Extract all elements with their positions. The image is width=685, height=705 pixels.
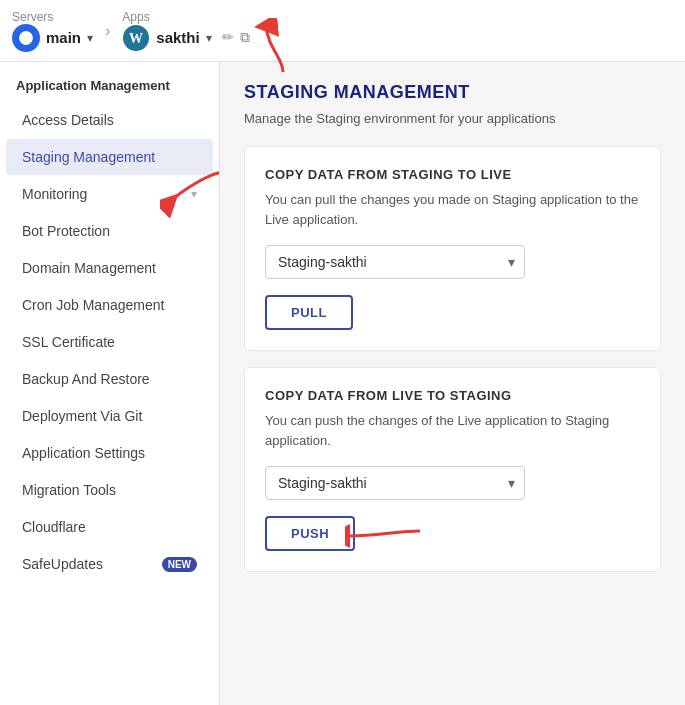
servers-label: Servers	[12, 10, 93, 24]
pull-card-title: COPY DATA FROM STAGING TO LIVE	[265, 167, 640, 182]
page-desc: Manage the Staging environment for your …	[244, 111, 661, 126]
page-title: STAGING MANAGEMENT	[244, 82, 661, 103]
top-bar: Servers main ▾ › Apps W sakthi ▾	[0, 0, 685, 62]
push-select-wrapper: Staging-sakthi ▾	[265, 466, 525, 500]
sidebar-label-cron-job-management: Cron Job Management	[22, 297, 164, 313]
apps-section: Apps W sakthi ▾ ✏ ⧉	[122, 10, 249, 52]
servers-section: Servers main ▾	[12, 10, 93, 52]
sidebar-section-title: Application Management	[0, 62, 219, 101]
sidebar-label-cloudflare: Cloudflare	[22, 519, 86, 535]
pull-btn-row: PULL	[265, 295, 640, 330]
sidebar-item-migration-tools[interactable]: Migration Tools	[6, 472, 213, 508]
sidebar-label-migration-tools: Migration Tools	[22, 482, 116, 498]
sidebar-label-ssl-certificate: SSL Certificate	[22, 334, 115, 350]
pull-select-wrapper: Staging-sakthi ▾	[265, 245, 525, 279]
sidebar-label-bot-protection: Bot Protection	[22, 223, 110, 239]
main-content: STAGING MANAGEMENT Manage the Staging en…	[220, 62, 685, 705]
app-actions: ✏ ⧉	[222, 29, 250, 46]
sidebar-item-deployment-via-git[interactable]: Deployment Via Git	[6, 398, 213, 434]
push-select[interactable]: Staging-sakthi	[265, 466, 525, 500]
sidebar-item-backup-and-restore[interactable]: Backup And Restore	[6, 361, 213, 397]
sidebar-label-deployment-via-git: Deployment Via Git	[22, 408, 142, 424]
server-row: main ▾	[12, 24, 93, 52]
sidebar-item-ssl-certificate[interactable]: SSL Certificate	[6, 324, 213, 360]
sidebar-label-monitoring: Monitoring	[22, 186, 87, 202]
svg-text:W: W	[129, 31, 143, 46]
sidebar-item-cron-job-management[interactable]: Cron Job Management	[6, 287, 213, 323]
pull-button[interactable]: PULL	[265, 295, 353, 330]
push-btn-row: PUSH	[265, 516, 640, 551]
push-card-desc: You can push the changes of the Live app…	[265, 411, 640, 450]
apps-label: Apps	[122, 10, 249, 24]
sidebar-item-safe-updates[interactable]: SafeUpdates NEW	[6, 546, 213, 582]
sidebar-item-domain-management[interactable]: Domain Management	[6, 250, 213, 286]
main-layout: Application Management Access Details St…	[0, 62, 685, 705]
breadcrumb-arrow-icon: ›	[105, 22, 110, 40]
push-card-title: COPY DATA FROM LIVE TO STAGING	[265, 388, 640, 403]
sidebar-label-safe-updates: SafeUpdates	[22, 556, 103, 572]
sidebar-label-access-details: Access Details	[22, 112, 114, 128]
sidebar-item-application-settings[interactable]: Application Settings	[6, 435, 213, 471]
pull-card: COPY DATA FROM STAGING TO LIVE You can p…	[244, 146, 661, 351]
red-arrow-up-indicator	[248, 18, 298, 76]
sidebar-label-application-settings: Application Settings	[22, 445, 145, 461]
server-name[interactable]: main	[46, 29, 81, 46]
app-row: W sakthi ▾ ✏ ⧉	[122, 24, 249, 52]
app-chevron-icon[interactable]: ▾	[206, 31, 212, 45]
sidebar: Application Management Access Details St…	[0, 62, 220, 705]
wordpress-icon: W	[122, 24, 150, 52]
pull-select[interactable]: Staging-sakthi	[265, 245, 525, 279]
red-arrow-push-indicator	[345, 506, 425, 559]
sidebar-label-domain-management: Domain Management	[22, 260, 156, 276]
sidebar-item-access-details[interactable]: Access Details	[6, 102, 213, 138]
sidebar-label-staging-management: Staging Management	[22, 149, 155, 165]
sidebar-item-cloudflare[interactable]: Cloudflare	[6, 509, 213, 545]
push-card: COPY DATA FROM LIVE TO STAGING You can p…	[244, 367, 661, 572]
edit-icon[interactable]: ✏	[222, 29, 234, 46]
push-button[interactable]: PUSH	[265, 516, 355, 551]
new-badge: NEW	[162, 557, 197, 572]
app-name[interactable]: sakthi	[156, 29, 199, 46]
pull-card-desc: You can pull the changes you made on Sta…	[265, 190, 640, 229]
server-icon	[12, 24, 40, 52]
red-arrow-sidebar-indicator	[160, 162, 220, 225]
sidebar-label-backup-and-restore: Backup And Restore	[22, 371, 150, 387]
server-chevron-icon[interactable]: ▾	[87, 31, 93, 45]
server-svg-icon	[18, 30, 34, 46]
